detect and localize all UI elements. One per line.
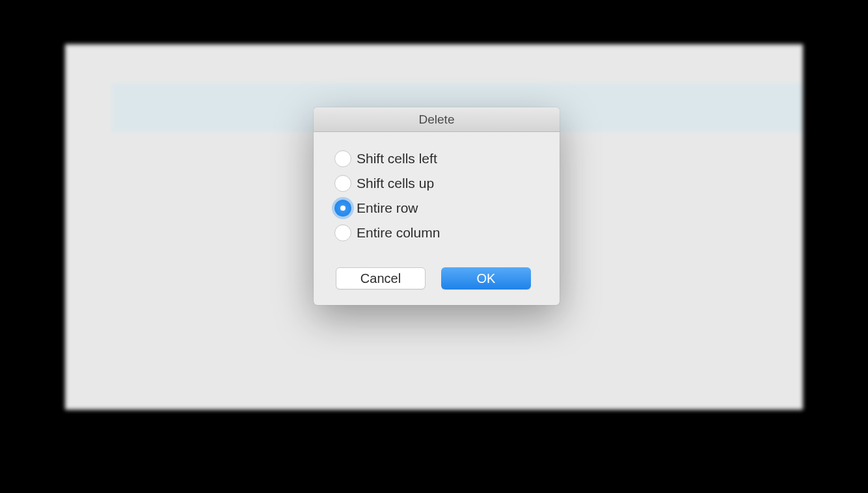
radio-dot-icon (340, 206, 346, 211)
radio-icon (334, 224, 351, 241)
ok-button[interactable]: OK (441, 267, 531, 289)
radio-label: Entire row (357, 200, 418, 216)
radio-label: Shift cells left (357, 151, 437, 167)
dialog-buttons: Cancel OK (334, 267, 539, 289)
radio-icon (334, 175, 351, 192)
dialog-title: Delete (314, 107, 560, 132)
radio-icon (334, 150, 351, 167)
radio-label: Entire column (357, 225, 440, 241)
radio-label: Shift cells up (357, 176, 434, 191)
radio-entire-row[interactable]: Entire row (334, 200, 539, 217)
radio-icon (334, 200, 351, 217)
radio-entire-column[interactable]: Entire column (334, 224, 539, 241)
delete-options-group: Shift cells left Shift cells up Entire r… (334, 150, 539, 241)
dialog-title-text: Delete (419, 113, 455, 127)
radio-shift-cells-left[interactable]: Shift cells left (334, 150, 539, 167)
radio-shift-cells-up[interactable]: Shift cells up (334, 175, 539, 192)
delete-dialog: Delete Shift cells left Shift cells up (314, 107, 560, 305)
dialog-body: Shift cells left Shift cells up Entire r… (314, 132, 560, 305)
cancel-button[interactable]: Cancel (336, 267, 426, 289)
